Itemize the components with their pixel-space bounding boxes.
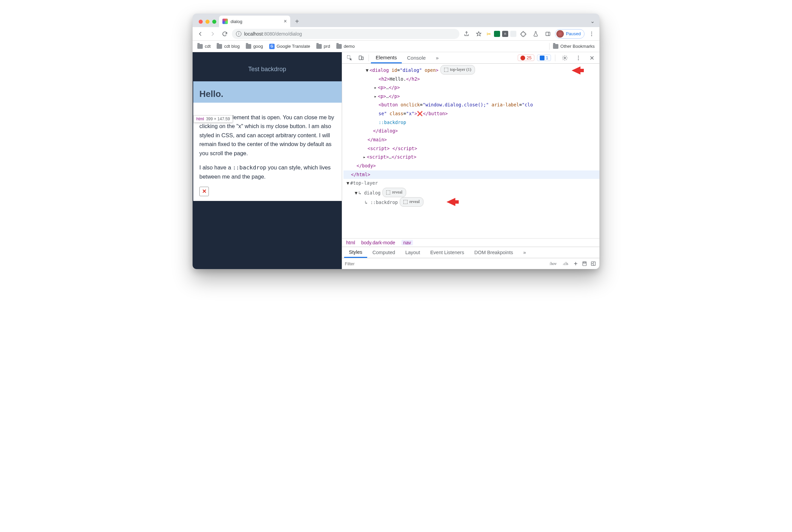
new-style-rule-icon[interactable] — [572, 261, 579, 266]
svg-rect-6 — [359, 56, 362, 60]
tab-console[interactable]: Console — [402, 52, 430, 63]
crumb[interactable]: html — [346, 240, 355, 245]
sidepanel-icon[interactable] — [543, 29, 553, 39]
site-info-icon[interactable]: i — [236, 31, 241, 37]
info-icon — [540, 56, 545, 60]
bookmark-item[interactable]: goog — [246, 44, 263, 49]
dialog-header: Hello. — [193, 81, 342, 103]
svg-point-10 — [578, 57, 579, 58]
extension-green-icon[interactable] — [494, 31, 500, 37]
test-backdrop-button[interactable]: Test backdrop — [248, 66, 286, 73]
close-window-button[interactable] — [199, 20, 203, 24]
settings-gear-icon[interactable] — [559, 55, 570, 61]
tab-title: dialog — [231, 19, 242, 24]
tab-close-button[interactable]: × — [284, 18, 287, 24]
devtools-panel: Elements Console » 25 1 ▼<dialog id="dia… — [342, 52, 600, 269]
devtools-menu-icon[interactable] — [573, 55, 584, 61]
bookmark-item[interactable]: GGoogle Translate — [269, 44, 310, 49]
svg-point-9 — [578, 56, 579, 57]
elements-tree[interactable]: ▼<dialog id="dialog" open>top-layer (1) … — [342, 64, 600, 238]
inspect-element-icon[interactable] — [344, 55, 355, 61]
translate-icon: G — [269, 44, 275, 49]
tab-dom-breakpoints[interactable]: DOM Breakpoints — [469, 247, 518, 258]
page-viewport: Test backdrop Hello. I'm a dialog elemen… — [192, 52, 342, 269]
select-icon — [403, 200, 407, 204]
cls-toggle[interactable]: .cls — [561, 260, 570, 267]
folder-icon — [336, 44, 342, 49]
browser-window: dialog × + ⌄ i localhost:8080/demo/dialo… — [192, 14, 600, 269]
labs-flask-icon[interactable] — [531, 29, 541, 39]
devtools-tab-bar: Elements Console » 25 1 — [342, 52, 600, 64]
svg-point-8 — [564, 57, 566, 59]
bookmarks-bar: cdt cdt blog goog GGoogle Translate prd … — [192, 41, 600, 52]
hov-toggle[interactable]: :hov — [547, 260, 558, 267]
new-tab-button[interactable]: + — [292, 17, 302, 26]
back-button[interactable] — [195, 29, 205, 39]
tab-layout[interactable]: Layout — [400, 247, 425, 258]
styles-filter-row: :hov .cls — [342, 258, 600, 269]
tab-elements[interactable]: Elements — [371, 52, 402, 63]
browser-tab[interactable]: dialog × — [219, 16, 290, 27]
minimize-window-button[interactable] — [205, 20, 209, 24]
styles-tab-bar: Styles Computed Layout Event Listeners D… — [342, 247, 600, 258]
callout-arrow-icon — [446, 196, 459, 208]
svg-rect-0 — [546, 32, 550, 36]
inspector-tooltip: html399 × 147.59 — [193, 115, 233, 123]
svg-point-2 — [591, 32, 592, 33]
bookmark-item[interactable]: demo — [336, 44, 355, 49]
content-area: Test backdrop Hello. I'm a dialog elemen… — [192, 52, 600, 269]
crumb[interactable]: nav — [401, 240, 413, 245]
dom-breadcrumbs[interactable]: html body.dark-mode nav — [342, 238, 600, 247]
styles-tabs-overflow[interactable]: » — [518, 247, 531, 258]
avatar-icon — [556, 30, 564, 38]
tabs-overflow[interactable]: » — [431, 52, 443, 63]
toolbar: i localhost:8080/demo/dialog ✂ n Paused — [192, 27, 600, 41]
svg-rect-13 — [584, 262, 586, 263]
menu-button[interactable] — [587, 29, 597, 39]
svg-point-11 — [578, 59, 579, 60]
paused-label: Paused — [566, 31, 581, 36]
device-toggle-icon[interactable] — [356, 55, 367, 61]
folder-icon — [316, 44, 322, 49]
extension-gray-icon[interactable]: n — [502, 31, 508, 37]
extension-icon-4[interactable] — [510, 31, 516, 37]
tab-styles[interactable]: Styles — [344, 247, 367, 258]
tab-computed[interactable]: Computed — [368, 247, 400, 258]
toggle-sidebar-icon[interactable] — [590, 261, 597, 266]
folder-icon — [217, 44, 222, 49]
dialog-close-button[interactable]: ✕ — [199, 187, 209, 196]
styles-filter-input[interactable] — [345, 261, 545, 266]
bookmark-item[interactable]: cdt blog — [217, 44, 240, 49]
dialog-element: Hello. I'm a dialog element that is open… — [193, 81, 342, 201]
tab-search-button[interactable]: ⌄ — [586, 18, 600, 27]
share-icon[interactable] — [461, 29, 472, 39]
bookmark-item[interactable]: prd — [316, 44, 330, 49]
dialog-paragraph: I also have a ::backdrop you can style, … — [199, 163, 336, 181]
window-controls — [197, 20, 219, 27]
url-text: localhost:8080/demo/dialog — [244, 31, 302, 37]
error-icon — [520, 56, 525, 60]
crumb[interactable]: body.dark-mode — [361, 240, 395, 245]
other-bookmarks[interactable]: Other Bookmarks — [560, 44, 595, 49]
reveal-badge[interactable]: reveal — [400, 197, 423, 207]
top-layer-badge[interactable]: top-layer (1) — [440, 65, 475, 75]
extension-scissors-icon[interactable]: ✂ — [486, 31, 492, 37]
reload-button[interactable] — [220, 29, 230, 39]
address-bar[interactable]: i localhost:8080/demo/dialog — [232, 29, 459, 39]
computed-styles-icon[interactable] — [581, 261, 588, 266]
folder-icon — [553, 44, 558, 49]
errors-chip[interactable]: 25 — [518, 55, 534, 61]
tab-event-listeners[interactable]: Event Listeners — [425, 247, 469, 258]
maximize-window-button[interactable] — [212, 20, 216, 24]
devtools-close-icon[interactable] — [587, 55, 597, 61]
reveal-badge[interactable]: reveal — [383, 188, 406, 197]
profile-paused-chip[interactable]: Paused — [555, 29, 585, 39]
svg-point-3 — [591, 33, 592, 34]
forward-button[interactable] — [207, 29, 218, 39]
issues-chip[interactable]: 1 — [537, 55, 551, 61]
select-icon — [386, 190, 390, 194]
bookmark-star-icon[interactable] — [474, 29, 484, 39]
extensions-puzzle-icon[interactable] — [518, 29, 529, 39]
folder-icon — [246, 44, 251, 49]
bookmark-item[interactable]: cdt — [197, 44, 210, 49]
